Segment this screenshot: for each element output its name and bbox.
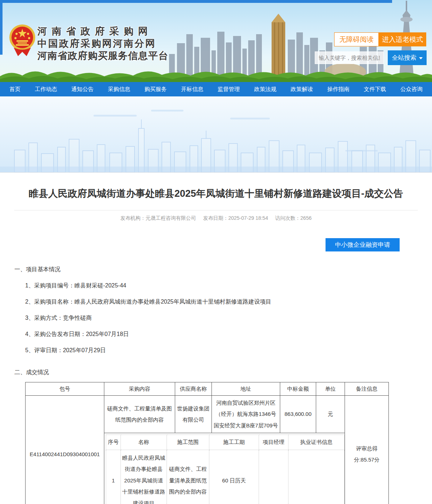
page: 河南省政府采购网 中国政府采购网河南分网 河南省政府购买服务信息平台 无障碍阅读… <box>0 0 432 504</box>
sub-cell-no: 1 <box>106 450 121 504</box>
skyline-outline-illustration <box>0 96 432 172</box>
article-meta: 发布机构：元晟工程咨询有限公司 发布日期：2025-07-29 18:54 访问… <box>14 210 418 222</box>
cell-supplier: 世扬建设集团有限公司 <box>175 395 212 433</box>
header-supplier: 供应商名称 <box>175 382 212 396</box>
subtable-data-row: 1 睢县人民政府凤城街道办事处睢县2025年凤城街道十里铺村新修道路建设项目 磋… <box>106 450 345 504</box>
sub-header-cert: 执业证书信息 <box>288 435 345 450</box>
nav-item-public-consultation[interactable]: 公众咨询 <box>400 86 423 93</box>
nav-item-home[interactable]: 首页 <box>9 86 21 93</box>
header-package-no: 包号 <box>26 382 104 396</box>
site-search-button[interactable]: 全站搜索 <box>388 50 427 65</box>
sub-cell-cert <box>288 450 345 504</box>
sme-financing-button[interactable]: 中小微企业融资申请 <box>326 238 400 251</box>
meta-publish-date: 发布日期：2025-07-29 18:54 <box>203 215 268 221</box>
project-detail-table: 序号 名称 施工范围 施工工期 项目经理 执业证书信息 1 睢县人民政府凤城街道… <box>106 435 345 504</box>
cell-amount: 863,600.00 <box>280 395 316 433</box>
slogan-banner: 公开 公平 公正 诚信 <box>0 96 432 173</box>
section1-item-announce-date: 4、采购公告发布日期：2025年07月18日 <box>14 331 418 338</box>
nav-item-policy-interpretation[interactable]: 政策解读 <box>291 86 313 93</box>
deal-result-table: 包号 采购内容 供应商名称 地址 中标金额 单位 备注信息 E411400244… <box>25 382 389 504</box>
nav-item-operation-guide[interactable]: 操作指南 <box>327 86 350 93</box>
main-nav: 首页 工作动态 通知公告 采购信息 购买服务 开标信息 监督管理 政策法规 政策… <box>0 82 432 96</box>
nav-item-downloads[interactable]: 文件下载 <box>364 86 386 93</box>
cell-content: 磋商文件、工程量清单及图纸范围内的全部内容 <box>104 395 175 433</box>
section1-item-project-no: 1、采购项目编号：睢县财采磋-2025-44 <box>14 282 418 290</box>
sub-header-name: 名称 <box>121 435 167 450</box>
nav-item-notices[interactable]: 通知公告 <box>71 86 94 93</box>
site-title-line1: 河南省政府采购网 <box>37 25 168 37</box>
cell-remark: 评审总得分:85.57分 <box>345 395 389 504</box>
nav-item-policies[interactable]: 政策法规 <box>254 86 276 93</box>
top-blue-strip <box>0 0 392 3</box>
sub-cell-scope: 磋商文件、工程量清单及图纸范围内的全部内容 <box>167 450 209 504</box>
caret-down-icon <box>419 57 423 59</box>
deal-table-header-row: 包号 采购内容 供应商名称 地址 中标金额 单位 备注信息 <box>26 382 389 396</box>
elder-mode-button[interactable]: 进入适老模式 <box>379 32 426 46</box>
nav-item-work-news[interactable]: 工作动态 <box>35 86 57 93</box>
sub-header-no: 序号 <box>106 435 121 450</box>
left-blue-strip <box>0 0 3 55</box>
article-title: 睢县人民政府凤城街道办事处睢县2025年凤城街道十里铺村新修道路建设项目-成交公… <box>18 187 414 200</box>
header-remark: 备注信息 <box>345 382 389 396</box>
sub-cell-period: 60 日历天 <box>209 450 259 504</box>
section1-heading: 一、项目基本情况 <box>14 266 418 273</box>
header-unit: 单位 <box>316 382 345 396</box>
sub-cell-manager <box>259 450 288 504</box>
site-title-line2: 中国政府采购网河南分网 <box>37 37 168 50</box>
nav-item-bid-opening[interactable]: 开标信息 <box>181 86 203 93</box>
sub-header-manager: 项目经理 <box>259 435 288 450</box>
subtable-wrapper-cell: 序号 名称 施工范围 施工工期 项目经理 执业证书信息 1 睢县人民政府凤城街道… <box>104 433 345 504</box>
site-title-block: 河南省政府采购网 中国政府采购网河南分网 河南省政府购买服务信息平台 <box>37 25 168 62</box>
section1-item-method: 3、采购方式：竞争性磋商 <box>14 314 418 322</box>
section1-item-project-name: 2、采购项目名称：睢县人民政府凤城街道办事处睢县2025年凤城街道十里铺村新修道… <box>14 298 418 306</box>
header-amount: 中标金额 <box>280 382 316 396</box>
meta-visits: 访问次数：2656 <box>275 215 312 221</box>
nav-item-procurement-info[interactable]: 采购信息 <box>108 86 130 93</box>
header-content: 采购内容 <box>104 382 175 396</box>
national-emblem-icon <box>9 23 36 56</box>
section1-item-review-date: 5、评审日期：2025年07月29日 <box>14 347 418 354</box>
cell-package-no: E4114002441D09304001001 <box>26 395 104 504</box>
site-title-line3: 河南省政府购买服务信息平台 <box>37 50 168 62</box>
cell-unit: 元 <box>316 395 345 433</box>
cell-address: 河南自贸试验区郑州片区（经开）航海东路1346号国安经贸大厦B座7层709号 <box>212 395 280 433</box>
header-address: 地址 <box>212 382 280 396</box>
sub-header-period: 施工工期 <box>209 435 259 450</box>
sub-header-scope: 施工范围 <box>167 435 209 450</box>
section2-heading: 二、成交情况 <box>14 369 418 376</box>
site-header: 河南省政府采购网 中国政府采购网河南分网 河南省政府购买服务信息平台 无障碍阅读… <box>0 0 432 82</box>
subtable-header-row: 序号 名称 施工范围 施工工期 项目经理 执业证书信息 <box>106 435 345 450</box>
search-button-label: 全站搜索 <box>392 54 417 61</box>
accessibility-reading-button[interactable]: 无障碍阅读 <box>334 32 379 46</box>
meta-publisher: 发布机构：元晟工程咨询有限公司 <box>120 215 196 221</box>
sub-cell-name: 睢县人民政府凤城街道办事处睢县2025年凤城街道十里铺村新修道路建设项目 <box>121 450 167 504</box>
nav-item-purchase-services[interactable]: 购买服务 <box>145 86 167 93</box>
search-input[interactable] <box>315 51 384 64</box>
deal-table-data-row: E4114002441D09304001001 磋商文件、工程量清单及图纸范围内… <box>26 395 389 433</box>
article-content: 睢县人民政府凤城街道办事处睢县2025年凤城街道十里铺村新修道路建设项目-成交公… <box>0 187 432 504</box>
nav-item-supervision[interactable]: 监督管理 <box>218 86 240 93</box>
